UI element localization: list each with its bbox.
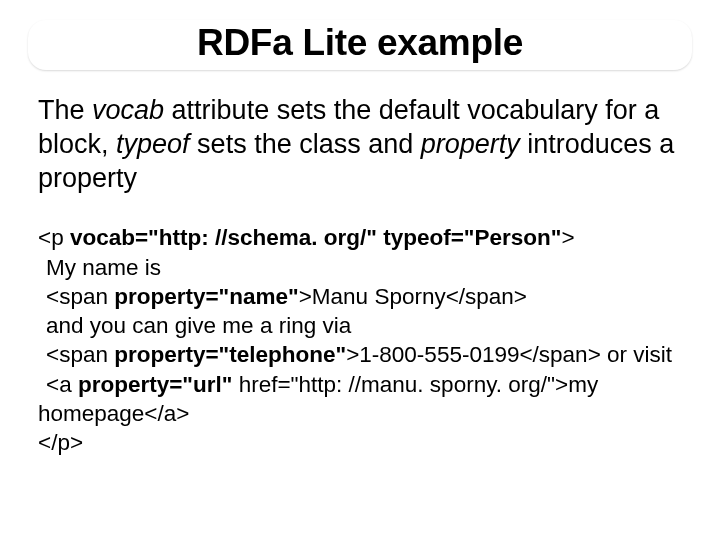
code-line-8: </p> [38, 428, 682, 457]
code-line-7: homepage</a> [38, 399, 682, 428]
code-line-3: <span property="name">Manu Sporny</span> [38, 282, 682, 311]
code-line-2: My name is [38, 253, 682, 282]
desc-text-3: sets the class and [190, 129, 421, 159]
code-line-4: and you can give me a ring via [38, 311, 682, 340]
desc-em-vocab: vocab [92, 95, 164, 125]
desc-em-typeof: typeof [116, 129, 190, 159]
code-line-6: <a property="url" href="http: //manu. sp… [38, 370, 682, 399]
desc-em-property: property [421, 129, 520, 159]
slide-title: RDFa Lite example [28, 22, 692, 64]
slide-description: The vocab attribute sets the default voc… [38, 94, 682, 195]
code-line-1: <p vocab="http: //schema. org/" typeof="… [38, 223, 682, 252]
code-line-5: <span property="telephone">1-800-555-019… [38, 340, 682, 369]
slide-title-container: RDFa Lite example [28, 20, 692, 70]
code-example: <p vocab="http: //schema. org/" typeof="… [38, 223, 682, 457]
desc-text-1: The [38, 95, 92, 125]
